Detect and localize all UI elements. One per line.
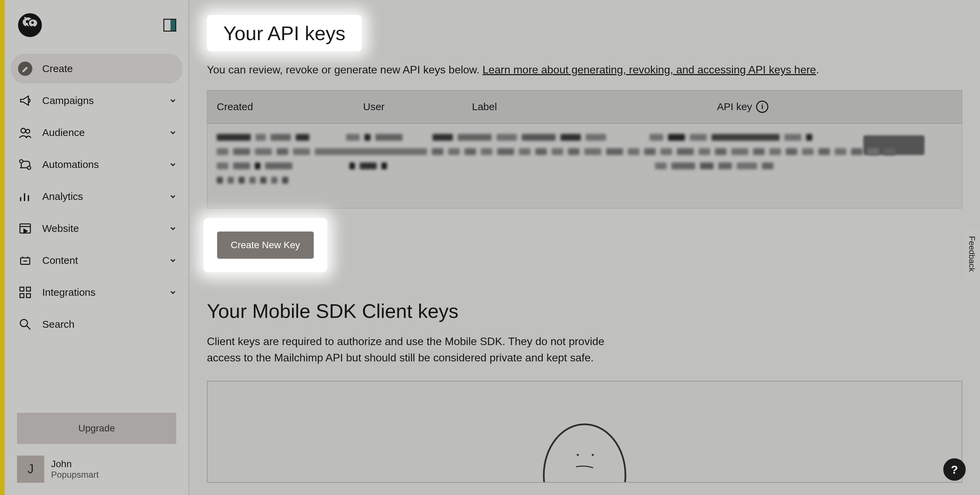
nav: Create Campaigns Audience bbox=[5, 45, 189, 403]
col-label: Label bbox=[463, 90, 708, 123]
egg-illustration-icon bbox=[537, 414, 632, 482]
brand-accent-bar bbox=[0, 0, 5, 495]
intro-period: . bbox=[816, 63, 819, 76]
user-org: Popupsmart bbox=[51, 470, 99, 480]
chevron-down-icon bbox=[169, 192, 177, 201]
nav-label: Campaigns bbox=[42, 95, 169, 106]
chevron-down-icon bbox=[169, 129, 177, 136]
sidebar-item-search[interactable]: Search bbox=[11, 309, 182, 339]
svg-point-3 bbox=[26, 21, 28, 22]
feedback-tab[interactable]: Feedback bbox=[964, 228, 980, 280]
svg-point-17 bbox=[544, 424, 625, 482]
table-body-redacted bbox=[207, 124, 962, 208]
svg-rect-15 bbox=[27, 294, 30, 298]
nav-label: Website bbox=[42, 223, 169, 234]
chevron-down-icon bbox=[169, 224, 177, 233]
nav-label: Automations bbox=[42, 159, 169, 170]
sidebar: Create Campaigns Audience bbox=[5, 0, 189, 495]
learn-more-link[interactable]: Learn more about generating, revoking, a… bbox=[482, 63, 816, 76]
col-user: User bbox=[353, 90, 463, 123]
bar-chart-icon bbox=[16, 188, 34, 205]
svg-point-16 bbox=[21, 320, 27, 327]
sidebar-item-website[interactable]: Website bbox=[11, 214, 182, 243]
svg-point-6 bbox=[21, 129, 25, 133]
sidebar-item-analytics[interactable]: Analytics bbox=[11, 182, 182, 211]
avatar: J bbox=[17, 455, 44, 483]
svg-point-7 bbox=[26, 129, 30, 133]
svg-point-4 bbox=[32, 22, 33, 24]
api-keys-table: Created User Label API key i bbox=[207, 90, 962, 208]
main-content: Your API keys You can review, revoke or … bbox=[189, 0, 980, 495]
chevron-down-icon bbox=[169, 288, 177, 297]
sdk-empty-illustration bbox=[207, 381, 962, 483]
content-icon bbox=[16, 252, 34, 269]
create-button[interactable]: Create bbox=[11, 54, 182, 84]
nav-label: Search bbox=[42, 319, 177, 330]
nav-label: Integrations bbox=[42, 287, 169, 298]
svg-rect-14 bbox=[20, 294, 24, 298]
svg-rect-13 bbox=[27, 287, 30, 291]
upgrade-button[interactable]: Upgrade bbox=[17, 413, 176, 444]
sidebar-item-integrations[interactable]: Integrations bbox=[11, 278, 182, 307]
megaphone-icon bbox=[16, 92, 34, 109]
website-icon bbox=[16, 220, 34, 237]
intro-text: You can review, revoke or generate new A… bbox=[207, 62, 962, 78]
user-name: John bbox=[51, 459, 99, 470]
grid-icon bbox=[16, 284, 34, 301]
chevron-down-icon bbox=[169, 256, 177, 265]
sdk-section-title: Your Mobile SDK Client keys bbox=[207, 300, 962, 322]
nav-label: Create bbox=[42, 63, 177, 75]
mailchimp-logo[interactable] bbox=[17, 12, 43, 38]
svg-point-9 bbox=[27, 166, 31, 170]
svg-rect-12 bbox=[20, 287, 24, 291]
sidebar-item-audience[interactable]: Audience bbox=[11, 117, 182, 148]
user-menu[interactable]: J John Popupsmart bbox=[17, 455, 176, 483]
chevron-down-icon bbox=[169, 160, 177, 169]
create-new-key-button[interactable]: Create New Key bbox=[217, 232, 314, 259]
flow-icon bbox=[16, 156, 34, 173]
nav-label: Analytics bbox=[42, 191, 169, 202]
people-icon bbox=[16, 124, 34, 141]
svg-point-19 bbox=[592, 454, 594, 456]
col-apikey-label: API key bbox=[717, 101, 752, 113]
svg-point-8 bbox=[20, 160, 23, 163]
col-created: Created bbox=[207, 90, 353, 123]
sidebar-toggle-icon[interactable] bbox=[163, 19, 176, 32]
sidebar-item-content[interactable]: Content bbox=[11, 246, 182, 275]
page-title: Your API keys bbox=[207, 15, 362, 51]
search-icon bbox=[16, 316, 34, 333]
col-apikey: API key i bbox=[708, 90, 962, 123]
nav-label: Content bbox=[42, 255, 169, 266]
info-icon[interactable]: i bbox=[756, 101, 768, 113]
chevron-down-icon bbox=[169, 97, 177, 105]
svg-point-18 bbox=[577, 454, 579, 456]
sidebar-item-campaigns[interactable]: Campaigns bbox=[11, 86, 182, 116]
help-button[interactable]: ? bbox=[943, 458, 966, 481]
sdk-section-text: Client keys are required to authorize an… bbox=[207, 333, 636, 366]
pencil-icon bbox=[16, 60, 34, 78]
sidebar-item-automations[interactable]: Automations bbox=[11, 149, 182, 179]
intro-text-part: You can review, revoke or generate new A… bbox=[207, 63, 482, 76]
nav-label: Audience bbox=[42, 127, 169, 138]
table-header: Created User Label API key i bbox=[207, 90, 962, 124]
